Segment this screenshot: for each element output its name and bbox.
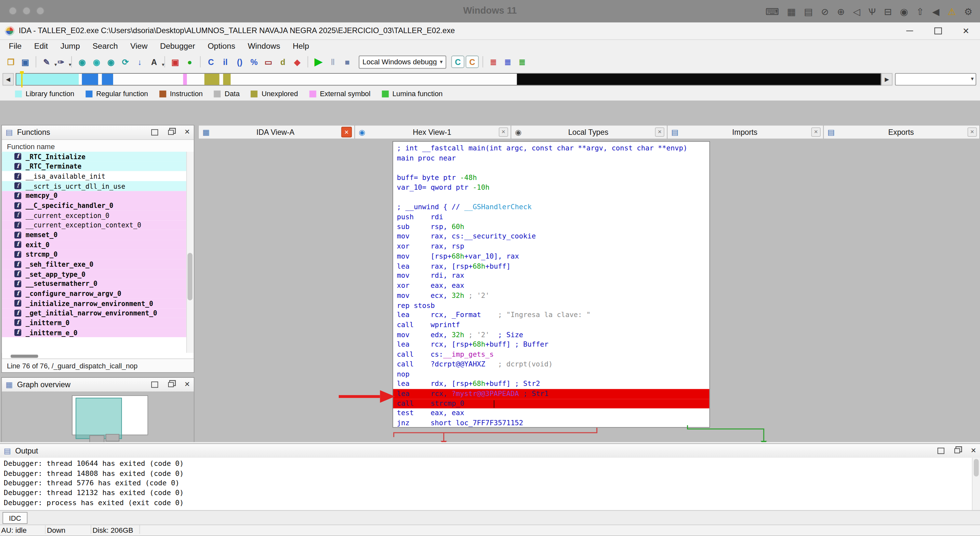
disassembly-line[interactable]: mov rdi, rax	[393, 271, 710, 281]
scrollbar-thumb[interactable]	[188, 253, 192, 300]
close-button[interactable]: ✕	[952, 22, 980, 39]
attach-process-icon[interactable]: C	[451, 56, 464, 68]
nav-segment[interactable]	[205, 74, 219, 85]
text-format-icon[interactable]: A▾	[148, 55, 161, 68]
output-log[interactable]: Debugger: thread 10644 has exited (code …	[0, 458, 972, 512]
nav-forward-icon[interactable]: ◉	[90, 55, 103, 68]
overview-undock-button[interactable]	[167, 381, 175, 389]
nav-scroll-right-button[interactable]: ▶	[881, 73, 892, 86]
function-row[interactable]: f__scrt_is_ucrt_dll_in_use	[2, 181, 187, 191]
function-row[interactable]: f_initialize_narrow_environment_0	[2, 298, 187, 308]
tab-hex-view-1[interactable]: ◉Hex View-1✕	[355, 125, 511, 139]
tab-close-icon[interactable]: ✕	[811, 127, 821, 137]
run-debugger-icon[interactable]: ▶	[312, 55, 325, 68]
disassembly-line[interactable]: push rdi	[393, 212, 710, 222]
microphone-icon[interactable]: Ѱ	[869, 6, 876, 16]
output-close-button[interactable]: ✕	[969, 446, 977, 455]
tab-imports[interactable]: ▤Imports✕	[667, 125, 824, 139]
globe-icon[interactable]: ⊕	[837, 6, 845, 16]
list-breakpoints-icon[interactable]: ≣	[487, 55, 500, 68]
function-row[interactable]: f_RTC_Initialize	[2, 152, 187, 162]
disassembly-line[interactable]	[393, 163, 710, 173]
minimize-button[interactable]	[896, 22, 923, 39]
nav-back-icon[interactable]: ◉	[76, 55, 89, 68]
settings-gear-icon[interactable]: ⚙	[964, 6, 972, 16]
disassembly-line[interactable]: mov rax, cs:__security_cookie	[393, 232, 710, 242]
disassembly-line[interactable]: main proc near	[393, 153, 710, 163]
tab-close-icon[interactable]: ✕	[341, 127, 352, 137]
tab-exports[interactable]: ▤Exports✕	[823, 125, 980, 139]
output-maximize-button[interactable]	[937, 446, 945, 455]
disassembly-line[interactable]: ; __unwind { // __GSHandlerCheck	[393, 202, 710, 212]
disassembly-node[interactable]: ; int __fastcall main(int argc, const ch…	[393, 141, 710, 428]
fill-color-tool-icon[interactable]: ✑▾	[54, 55, 67, 68]
highlight-tool-icon[interactable]: ✎▾	[40, 55, 53, 68]
menu-search[interactable]: Search	[86, 39, 124, 53]
apps-grid-icon[interactable]: ▦	[787, 6, 796, 16]
function-row[interactable]: f__current_exception_context_0	[2, 220, 187, 230]
list-threads-icon[interactable]: ≣	[501, 55, 514, 68]
nav-segment[interactable]	[82, 74, 98, 85]
disassembly-line[interactable]	[393, 193, 710, 202]
disassembly-line[interactable]: mov edx, 32h ; '2' ; Size	[393, 330, 710, 340]
disassembly-line[interactable]: call ?dcrpt@@YAHXZ ; dcrpt(void)	[393, 360, 710, 369]
pause-debugger-icon[interactable]: ‖	[326, 55, 339, 68]
disassembly-line[interactable]: var_10= qword ptr -10h	[393, 183, 710, 193]
menu-windows[interactable]: Windows	[242, 39, 286, 53]
function-row[interactable]: fexit_0	[2, 240, 187, 249]
disassembly-line[interactable]: lea rcx, ?mystr@@3PAPEADA ; Str1	[393, 389, 710, 399]
disassembly-line[interactable]: ; int __fastcall main(int argc, const ch…	[393, 144, 710, 153]
menu-options[interactable]: Options	[201, 39, 241, 53]
make-enum-icon[interactable]: d	[276, 55, 290, 68]
stop-debugger-icon[interactable]: ■	[341, 55, 354, 68]
scrollbar-thumb[interactable]	[974, 459, 978, 477]
disassembly-line[interactable]: call strcmp_0	[393, 399, 710, 409]
function-row[interactable]: f__isa_available_init	[2, 171, 187, 181]
disassembly-line[interactable]: sub rsp, 60h	[393, 222, 710, 232]
disassembly-line[interactable]: lea rdx, [rsp+68h+buff] ; Str2	[393, 379, 710, 389]
menu-edit[interactable]: Edit	[28, 39, 54, 53]
make-string-icon[interactable]: ()	[233, 55, 246, 68]
nav-segment[interactable]	[517, 74, 880, 85]
make-data-icon[interactable]: il	[219, 55, 232, 68]
disassembly-line[interactable]: lea rax, [rsp+68h+buff]	[393, 262, 710, 271]
nav-position-marker[interactable]	[21, 71, 22, 87]
menu-jump[interactable]: Jump	[54, 39, 86, 53]
disassembly-line[interactable]: mov ecx, 32h ; '2'	[393, 291, 710, 300]
menu-debugger[interactable]: Debugger	[154, 39, 202, 53]
disassembly-line[interactable]: xor eax, eax	[393, 281, 710, 291]
functions-horizontal-scrollbar[interactable]	[11, 355, 38, 358]
output-undock-button[interactable]	[953, 446, 961, 455]
breakpoint-icon[interactable]: ◆	[291, 55, 304, 68]
function-row[interactable]: fstrcmp_0	[2, 249, 187, 259]
tab-close-icon[interactable]: ✕	[968, 127, 977, 137]
open-file-icon[interactable]: ❐	[4, 55, 17, 68]
menu-help[interactable]: Help	[286, 39, 315, 53]
nav-segment[interactable]	[223, 74, 231, 85]
save-file-icon[interactable]: ▣	[19, 55, 32, 68]
graph-overview-canvas[interactable]	[2, 392, 194, 442]
nav-scroll-left-button[interactable]: ◀	[3, 73, 14, 86]
disassembly-line[interactable]: nop	[393, 369, 710, 379]
disassembly-line[interactable]: rep stosb	[393, 301, 710, 311]
make-array-icon[interactable]: %	[247, 55, 261, 68]
nav-band[interactable]	[16, 73, 881, 86]
jump-address-icon[interactable]: ↓	[133, 55, 146, 68]
tab-ida-view-a[interactable]: ▦IDA View-A✕	[198, 125, 355, 139]
functions-vertical-scrollbar[interactable]	[186, 152, 194, 353]
nav-range-combobox[interactable]	[895, 73, 977, 86]
output-scrollbar[interactable]	[972, 458, 980, 511]
disassembly-line[interactable]: buff= byte ptr -48h	[393, 173, 710, 183]
nav-segment[interactable]	[183, 74, 187, 85]
nav-segment[interactable]	[102, 74, 113, 85]
function-name-column-header[interactable]: Function name	[2, 140, 194, 153]
disassembly-line[interactable]: xor rax, rsp	[393, 242, 710, 251]
list-modules-icon[interactable]: ≣	[516, 55, 529, 68]
idc-tab[interactable]: IDC	[3, 512, 28, 524]
clipboard-icon[interactable]: ▤	[804, 6, 813, 16]
keyboard-icon[interactable]: ⌨	[765, 6, 779, 16]
disassembly-line[interactable]: test eax, eax	[393, 409, 710, 419]
tab-local-types[interactable]: ◉Local Types✕	[511, 125, 667, 139]
disassembly-line[interactable]: lea rcx, [rsp+68h+buff] ; Buffer	[393, 340, 710, 349]
make-code-icon[interactable]: C	[205, 55, 218, 68]
